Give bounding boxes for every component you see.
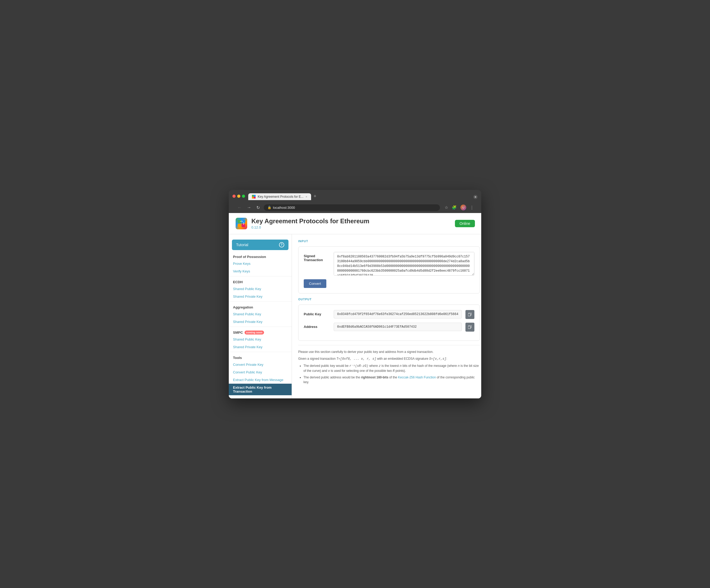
divider-3 [229,327,292,327]
signed-transaction-label: Signed Transaction [304,252,330,262]
bookmark-icon[interactable]: ☆ [445,205,448,210]
address-label: Address [304,323,330,329]
tab-close-button[interactable]: × [306,195,307,198]
logo-puzzle-icon [236,218,247,229]
svg-rect-12 [468,326,470,329]
sidebar-item-smpc-shared-public[interactable]: Shared Public Key [229,335,292,343]
svg-rect-2 [252,197,254,198]
output-section: Public Key 0x0348fcd479f2f654df76e63fe36… [298,305,480,341]
app-header: Key Agreement Protocols for Ethereum 0.1… [229,213,481,234]
active-tab[interactable]: Key Agreement Protocols for E... × [248,193,311,200]
sidebar: Tutorial ? Proof of Possession Prove Key… [229,234,292,398]
svg-point-4 [475,196,476,198]
maximize-traffic-light[interactable] [242,195,245,198]
sidebar-item-prove-keys[interactable]: Prove Keys [229,260,292,267]
status-badge: Online [455,220,475,227]
public-key-row: Public Key 0x0348fcd479f2f654df76e63fe36… [304,310,474,319]
sidebar-section-smpc: SMPC coming soon [229,328,292,335]
minimize-traffic-light[interactable] [237,195,240,198]
security-lock-icon: 🔒 [267,206,271,209]
extension-icon[interactable]: 🧩 [452,205,457,210]
tutorial-label: Tutorial [236,243,248,247]
svg-rect-7 [238,224,241,227]
menu-icon[interactable]: ⋮ [470,205,474,210]
signed-transaction-input[interactable]: 0xf8ab8201108503a437760082d3fb94fa5b75a9… [334,252,474,276]
sidebar-section-aggregation: Aggregation [229,303,292,310]
output-section-label: OUTPUT [298,298,480,301]
sidebar-section-ecdh: ECDH [229,278,292,285]
address-value: 0xdEFB8d6a9bACCA58f6AD061c1d4F73EfAd5074… [334,323,462,331]
sidebar-item-verify-keys[interactable]: Verify Keys [229,267,292,275]
info-bullet-1: The derived public key would be r⁻¹(sR-z… [304,363,480,373]
copy-address-button[interactable] [466,323,474,332]
address-row: Address 0xdEFB8d6a9bACCA58f6AD061c1d4F73… [304,323,474,332]
sidebar-item-extract-from-transaction[interactable]: Extract Public Key from Transaction [229,384,292,395]
input-section-label: INPUT [298,240,480,243]
refresh-button[interactable]: ↻ [255,205,261,211]
close-traffic-light[interactable] [233,195,236,198]
info-text-1: Please use this section carefully to der… [298,350,480,354]
url-bar[interactable]: 🔒 localhost:3000 [264,204,440,211]
profile-avatar[interactable]: U [460,205,466,210]
app-logo [235,217,248,230]
divider-2 [229,301,292,302]
title-bar: Key Agreement Protocols for E... × + ← →… [229,190,481,213]
convert-button[interactable]: Convert [304,279,326,288]
traffic-lights [233,195,245,198]
info-section: Please use this section carefully to der… [298,345,480,384]
sidebar-item-convert-public[interactable]: Convert Public Key [229,369,292,376]
info-bullet-2: The derived public address would be the … [304,375,480,384]
window-control-button[interactable] [473,195,477,199]
sidebar-item-extract-from-message[interactable]: Extract Public Key from Message [229,376,292,384]
main-layout: Tutorial ? Proof of Possession Prove Key… [229,234,481,398]
public-key-label: Public Key [304,310,330,316]
tab-title: Key Agreement Protocols for E... [258,195,304,198]
svg-rect-1 [254,195,256,197]
sidebar-item-agg-shared-public[interactable]: Shared Public Key [229,310,292,318]
smpc-label: SMPC [233,331,243,334]
sidebar-item-smpc-shared-private[interactable]: Shared Private Key [229,343,292,351]
coming-soon-badge: coming soon [244,331,264,334]
content-area: INPUT Signed Transaction 0xf8ab820110850… [292,234,481,398]
copy-public-key-button[interactable] [466,310,474,319]
sidebar-section-tools: Tools [229,353,292,361]
tab-bar: Key Agreement Protocols for E... × + [248,192,477,200]
sidebar-item-ecdh-shared-private[interactable]: Shared Private Key [229,293,292,300]
sidebar-item-agg-shared-private[interactable]: Shared Private Key [229,318,292,326]
app-title-block: Key Agreement Protocols for Ethereum 0.1… [252,217,455,229]
sidebar-item-ecdh-shared-public[interactable]: Shared Public Key [229,285,292,293]
forward-button[interactable]: → [245,205,253,210]
input-section: Signed Transaction 0xf8ab8201108503a4377… [298,246,480,293]
sidebar-item-convert-private[interactable]: Convert Private Key [229,361,292,369]
app-title: Key Agreement Protocols for Ethereum [252,217,455,225]
sidebar-section-proof-of-possession: Proof of Possession [229,252,292,260]
public-key-value: 0x0348fcd479f2f654df76e63fe36274caf256ed… [334,310,462,319]
keccak-link[interactable]: Keccak-256 Hash Function [398,376,436,379]
info-text-2: Given a signed transaction T=[0xf8, ... … [298,356,480,361]
url-text: localhost:3000 [273,206,295,210]
svg-rect-8 [242,224,245,227]
address-bar: ← → ↻ 🔒 localhost:3000 ☆ 🧩 U ⋮ [233,202,477,213]
app-version: 0.12.0 [252,226,455,229]
svg-rect-0 [252,195,254,197]
new-tab-button[interactable]: + [311,192,319,200]
app-container: Key Agreement Protocols for Ethereum 0.1… [229,213,481,398]
svg-rect-6 [242,220,245,223]
back-button[interactable]: ← [236,205,243,210]
svg-rect-10 [468,313,470,316]
info-list: The derived public key would be r⁻¹(sR-z… [298,363,480,384]
tab-favicon [252,195,256,198]
tutorial-help-icon: ? [279,242,284,248]
signed-transaction-row: Signed Transaction 0xf8ab8201108503a4377… [304,252,474,276]
browser-window: Key Agreement Protocols for E... × + ← →… [229,190,481,398]
tutorial-button[interactable]: Tutorial ? [232,240,288,250]
svg-rect-3 [254,197,256,198]
svg-rect-5 [238,220,241,223]
browser-action-icons: ☆ 🧩 U ⋮ [445,205,474,210]
